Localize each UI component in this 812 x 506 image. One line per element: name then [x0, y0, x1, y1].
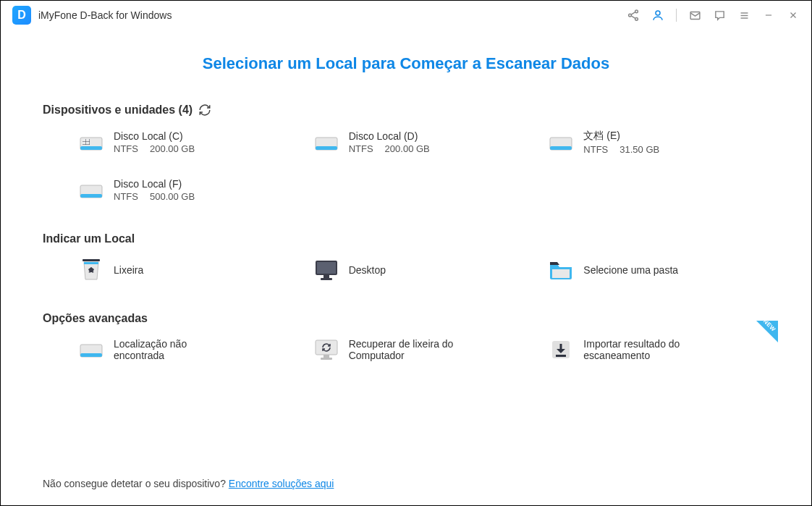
new-badge: NEW: [756, 321, 778, 342]
location-name: Selecione uma pasta: [583, 264, 678, 276]
drive-name: Disco Local (D): [349, 130, 430, 142]
drive-info: NTFS31.50 GB: [583, 144, 659, 155]
footer: Não consegue detetar o seu dispositivo? …: [43, 478, 334, 489]
footer-text: Não consegue detetar o seu dispositivo?: [43, 478, 229, 489]
svg-rect-17: [86, 139, 90, 142]
account-icon[interactable]: [651, 9, 664, 22]
section-advanced-header: Opções avançadas: [43, 312, 769, 325]
svg-point-5: [656, 11, 660, 15]
monitor-refresh-icon: [314, 338, 339, 361]
drive-name: Disco Local (C): [114, 130, 195, 142]
svg-rect-29: [317, 262, 336, 274]
advanced-name: Importar resultado do escaneamento: [583, 338, 699, 361]
location-recycle-bin[interactable]: Lixeira: [79, 258, 300, 282]
location-name: Lixeira: [114, 264, 143, 276]
section-location-title: Indicar um Local: [43, 232, 135, 245]
locations-grid: Lixeira Desktop Selecione uma pasta: [43, 258, 769, 282]
folder-icon: [549, 258, 573, 282]
menu-icon[interactable]: [737, 9, 750, 22]
desktop-icon: [314, 258, 339, 282]
svg-rect-26: [83, 259, 100, 261]
mail-icon[interactable]: [688, 9, 701, 22]
svg-rect-39: [556, 355, 566, 357]
svg-rect-25: [80, 194, 102, 198]
drive-item-c[interactable]: Disco Local (C) NTFS200.00 GB: [79, 130, 300, 155]
drive-item-d[interactable]: Disco Local (D) NTFS200.00 GB: [314, 130, 535, 155]
section-location-header: Indicar um Local: [43, 232, 769, 245]
app-logo-letter: D: [17, 9, 26, 22]
svg-rect-35: [316, 340, 337, 355]
svg-rect-23: [550, 146, 572, 150]
svg-line-4: [631, 16, 635, 18]
titlebar-actions: [627, 9, 800, 22]
svg-point-0: [635, 10, 638, 13]
svg-rect-14: [80, 146, 102, 150]
advanced-grid: Localização não encontrada Recuperar de …: [43, 338, 769, 361]
location-name: Desktop: [349, 264, 386, 276]
section-devices-header: Dispositivos e unidades (4): [43, 104, 769, 117]
minimize-icon[interactable]: [762, 9, 775, 22]
separator: [676, 9, 677, 22]
svg-rect-32: [552, 269, 570, 278]
drive-icon: [79, 179, 103, 202]
drive-search-icon: [79, 338, 103, 361]
svg-rect-21: [316, 146, 337, 150]
app-title: iMyFone D-Back for Windows: [38, 9, 172, 21]
drive-os-icon: [79, 131, 103, 154]
svg-rect-16: [83, 139, 86, 142]
import-icon: [549, 338, 573, 361]
page-title: Selecionar um Local para Começar a Escan…: [1, 54, 811, 73]
drive-name: Disco Local (F): [114, 178, 195, 190]
footer-link[interactable]: Encontre soluções aqui: [229, 478, 334, 489]
drive-info: NTFS500.00 GB: [114, 191, 195, 202]
drive-icon: [314, 131, 339, 154]
recycle-bin-icon: [79, 258, 103, 282]
advanced-lost-location[interactable]: Localização não encontrada: [79, 338, 300, 361]
svg-rect-31: [321, 278, 332, 280]
share-icon[interactable]: [627, 9, 640, 22]
svg-rect-18: [83, 142, 86, 145]
svg-rect-37: [321, 358, 332, 360]
svg-rect-34: [80, 353, 102, 357]
svg-point-1: [629, 14, 632, 17]
location-desktop[interactable]: Desktop: [314, 258, 535, 282]
advanced-import-result[interactable]: Importar resultado do escaneamento NEW: [549, 338, 769, 361]
close-icon[interactable]: [787, 9, 800, 22]
location-select-folder[interactable]: Selecione uma pasta: [549, 258, 769, 282]
section-advanced-title: Opções avançadas: [43, 312, 148, 325]
advanced-name: Recuperar de lixeira do Computador: [349, 338, 479, 361]
svg-point-2: [635, 17, 638, 20]
advanced-name: Localização não encontrada: [114, 338, 229, 361]
drive-item-e[interactable]: 文档 (E) NTFS31.50 GB: [549, 130, 769, 155]
drive-info: NTFS200.00 GB: [114, 143, 195, 154]
svg-line-3: [631, 12, 635, 14]
section-devices-title: Dispositivos e unidades (4): [43, 104, 193, 117]
drive-item-f[interactable]: Disco Local (F) NTFS500.00 GB: [79, 178, 300, 202]
drive-info: NTFS200.00 GB: [349, 143, 430, 154]
refresh-icon[interactable]: [198, 104, 211, 117]
drives-grid: Disco Local (C) NTFS200.00 GB Disco Loca…: [43, 130, 769, 202]
drive-name: 文档 (E): [583, 130, 659, 143]
drive-icon: [549, 131, 573, 154]
svg-rect-27: [84, 262, 98, 264]
advanced-recover-bin[interactable]: Recuperar de lixeira do Computador: [314, 338, 535, 361]
svg-rect-36: [323, 355, 329, 358]
svg-rect-30: [323, 275, 329, 278]
app-logo: D: [12, 6, 31, 25]
svg-rect-19: [86, 142, 90, 145]
feedback-icon[interactable]: [713, 9, 726, 22]
titlebar: D iMyFone D-Back for Windows: [1, 1, 811, 30]
